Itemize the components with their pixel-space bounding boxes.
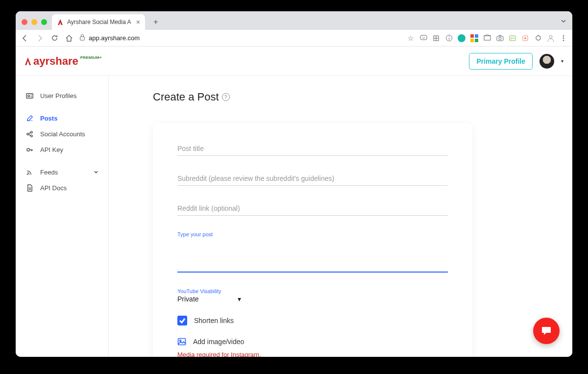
svg-point-19: [30, 135, 32, 137]
post-body-label: Type your post: [177, 231, 448, 237]
close-window-button[interactable]: [22, 19, 27, 25]
svg-point-17: [26, 133, 28, 135]
sidebar-item-label: Posts: [40, 115, 57, 122]
svg-point-12: [563, 35, 564, 37]
shield-icon[interactable]: [432, 34, 440, 42]
reload-button[interactable]: [50, 34, 59, 43]
new-tab-button[interactable]: +: [149, 15, 163, 29]
help-icon[interactable]: ?: [222, 93, 230, 101]
extension-icon[interactable]: [509, 34, 516, 42]
svg-rect-6: [497, 36, 503, 41]
users-icon: [25, 92, 33, 100]
shorten-links-checkbox[interactable]: [177, 316, 187, 325]
primary-profile-button[interactable]: Primary Profile: [469, 53, 533, 70]
browser-tab-strip: Ayrshare Social Media API Das × +: [16, 11, 572, 30]
rss-icon: [25, 168, 33, 176]
sidebar-item-label: Social Accounts: [40, 130, 85, 138]
svg-rect-0: [80, 37, 85, 40]
sidebar: User Profiles Posts Social Accounts API …: [16, 76, 109, 357]
post-title-input[interactable]: [177, 142, 448, 156]
sidebar-item-social-accounts[interactable]: Social Accounts: [16, 126, 108, 142]
sidebar-item-feeds[interactable]: Feeds: [16, 164, 108, 180]
post-body-textarea[interactable]: [177, 238, 448, 273]
chat-icon: [540, 325, 552, 337]
extension-icon[interactable]: [470, 34, 478, 42]
tab-title: Ayrshare Social Media API Das: [67, 19, 131, 25]
tab-overflow-icon[interactable]: [561, 17, 566, 26]
sidebar-item-label: API Docs: [40, 184, 67, 192]
browser-tab[interactable]: Ayrshare Social Media API Das ×: [52, 14, 145, 30]
chat-fab-button[interactable]: [533, 318, 560, 344]
url-text: app.ayrshare.com: [89, 34, 140, 42]
svg-rect-1: [420, 35, 427, 40]
post-form-card: Type your post YouTube Visability Privat…: [153, 123, 472, 357]
logo-icon: [24, 57, 31, 66]
svg-rect-5: [484, 36, 490, 40]
image-icon: [177, 337, 186, 346]
address-bar[interactable]: app.ayrshare.com: [79, 34, 140, 42]
window-controls: [21, 19, 52, 30]
add-media-label: Add image/video: [193, 338, 244, 346]
chevron-down-icon[interactable]: ▾: [561, 58, 564, 64]
premium-badge: PREMIUM+: [80, 55, 102, 60]
youtube-visibility-select[interactable]: Private ▾: [177, 294, 241, 304]
extension-icon[interactable]: [458, 34, 466, 42]
select-value: Private: [177, 295, 199, 303]
svg-point-20: [26, 148, 29, 151]
sidebar-item-user-profiles[interactable]: User Profiles: [16, 88, 108, 103]
app-header: ayrshare PREMIUM+ Primary Profile ▾: [16, 47, 572, 76]
edit-icon: [25, 114, 33, 122]
sidebar-item-api-key[interactable]: API Key: [16, 142, 108, 157]
page-title: Create a Post ?: [153, 91, 572, 103]
browser-toolbar: app.ayrshare.com ☆: [16, 30, 572, 47]
svg-point-13: [563, 37, 564, 39]
sidebar-item-label: User Profiles: [40, 92, 76, 100]
extensions-menu-icon[interactable]: [534, 34, 542, 42]
svg-point-4: [448, 36, 449, 37]
minimize-window-button[interactable]: [31, 19, 37, 25]
svg-point-16: [27, 95, 29, 97]
svg-rect-8: [510, 36, 515, 41]
maximize-window-button[interactable]: [41, 19, 47, 25]
star-bookmark-icon[interactable]: ☆: [407, 34, 415, 42]
page-title-text: Create a Post: [153, 91, 219, 103]
favicon-icon: [57, 19, 64, 25]
sidebar-item-api-docs[interactable]: API Docs: [16, 180, 108, 196]
svg-point-7: [499, 37, 501, 40]
youtube-visibility-label: YouTube Visability: [177, 288, 448, 294]
subreddit-input[interactable]: [177, 172, 448, 186]
kebab-menu-icon[interactable]: [560, 34, 567, 42]
logo-text: ayrshare: [33, 55, 78, 68]
lock-icon: [79, 34, 85, 42]
chevron-down-icon: [94, 169, 98, 176]
chevron-down-icon: ▾: [238, 295, 241, 303]
shorten-links-label: Shorten links: [194, 317, 234, 324]
sidebar-item-label: API Key: [40, 146, 63, 153]
svg-rect-21: [178, 339, 186, 345]
media-warning-text: Media required for Instagram.: [177, 351, 448, 357]
camera-icon[interactable]: [496, 34, 504, 42]
logo[interactable]: ayrshare PREMIUM+: [24, 55, 101, 68]
extension-icon[interactable]: [483, 34, 491, 42]
check-icon: [179, 317, 186, 324]
svg-point-10: [524, 37, 526, 39]
extension-icon[interactable]: [521, 34, 529, 42]
back-button[interactable]: [21, 34, 29, 43]
svg-point-14: [563, 40, 564, 41]
info-icon[interactable]: [445, 34, 453, 42]
forward-button[interactable]: [35, 34, 44, 43]
profile-icon[interactable]: [547, 34, 555, 42]
close-tab-icon[interactable]: ×: [136, 18, 140, 26]
share-icon: [25, 130, 33, 138]
sidebar-item-posts[interactable]: Posts: [16, 110, 108, 126]
svg-point-11: [549, 35, 552, 38]
key-icon: [25, 146, 33, 153]
add-media-button[interactable]: Add image/video: [177, 337, 448, 346]
sidebar-item-label: Feeds: [40, 169, 58, 176]
avatar[interactable]: [539, 54, 554, 69]
reddit-link-input[interactable]: [177, 201, 448, 216]
pocket-icon[interactable]: [419, 34, 427, 42]
document-icon: [25, 184, 33, 192]
home-button[interactable]: [65, 34, 74, 43]
svg-point-18: [30, 131, 32, 133]
